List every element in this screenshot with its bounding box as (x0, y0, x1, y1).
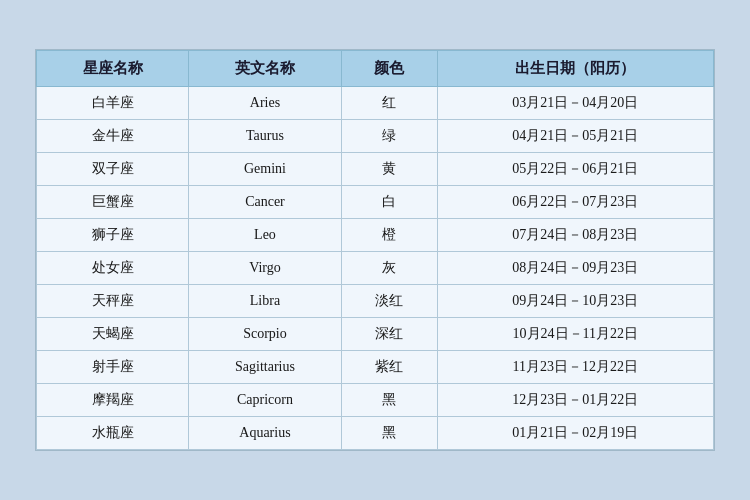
table-row: 处女座Virgo灰08月24日－09月23日 (37, 252, 714, 285)
cell-date-7: 10月24日－11月22日 (437, 318, 713, 351)
cell-chinese-3: 巨蟹座 (37, 186, 189, 219)
cell-english-9: Capricorn (189, 384, 341, 417)
table-row: 狮子座Leo橙07月24日－08月23日 (37, 219, 714, 252)
cell-color-7: 深红 (341, 318, 437, 351)
cell-english-1: Taurus (189, 120, 341, 153)
cell-color-5: 灰 (341, 252, 437, 285)
cell-date-10: 01月21日－02月19日 (437, 417, 713, 450)
cell-english-6: Libra (189, 285, 341, 318)
col-chinese-name: 星座名称 (37, 51, 189, 87)
col-english-name: 英文名称 (189, 51, 341, 87)
cell-english-4: Leo (189, 219, 341, 252)
cell-english-0: Aries (189, 87, 341, 120)
table-header: 星座名称 英文名称 颜色 出生日期（阳历） (37, 51, 714, 87)
cell-date-9: 12月23日－01月22日 (437, 384, 713, 417)
cell-english-10: Aquarius (189, 417, 341, 450)
cell-chinese-9: 摩羯座 (37, 384, 189, 417)
zodiac-table: 星座名称 英文名称 颜色 出生日期（阳历） 白羊座Aries红03月21日－04… (36, 50, 714, 450)
table-row: 摩羯座Capricorn黑12月23日－01月22日 (37, 384, 714, 417)
cell-color-10: 黑 (341, 417, 437, 450)
cell-chinese-10: 水瓶座 (37, 417, 189, 450)
cell-color-1: 绿 (341, 120, 437, 153)
cell-color-8: 紫红 (341, 351, 437, 384)
cell-date-8: 11月23日－12月22日 (437, 351, 713, 384)
cell-date-6: 09月24日－10月23日 (437, 285, 713, 318)
table-row: 天秤座Libra淡红09月24日－10月23日 (37, 285, 714, 318)
cell-chinese-7: 天蝎座 (37, 318, 189, 351)
cell-date-2: 05月22日－06月21日 (437, 153, 713, 186)
table-row: 双子座Gemini黄05月22日－06月21日 (37, 153, 714, 186)
cell-chinese-1: 金牛座 (37, 120, 189, 153)
cell-english-3: Cancer (189, 186, 341, 219)
cell-date-0: 03月21日－04月20日 (437, 87, 713, 120)
cell-english-8: Sagittarius (189, 351, 341, 384)
cell-english-5: Virgo (189, 252, 341, 285)
header-row: 星座名称 英文名称 颜色 出生日期（阳历） (37, 51, 714, 87)
cell-chinese-5: 处女座 (37, 252, 189, 285)
cell-date-4: 07月24日－08月23日 (437, 219, 713, 252)
cell-date-3: 06月22日－07月23日 (437, 186, 713, 219)
col-date: 出生日期（阳历） (437, 51, 713, 87)
cell-chinese-4: 狮子座 (37, 219, 189, 252)
table-row: 金牛座Taurus绿04月21日－05月21日 (37, 120, 714, 153)
cell-color-9: 黑 (341, 384, 437, 417)
cell-chinese-2: 双子座 (37, 153, 189, 186)
cell-date-1: 04月21日－05月21日 (437, 120, 713, 153)
table-body: 白羊座Aries红03月21日－04月20日金牛座Taurus绿04月21日－0… (37, 87, 714, 450)
cell-color-0: 红 (341, 87, 437, 120)
cell-color-4: 橙 (341, 219, 437, 252)
cell-color-3: 白 (341, 186, 437, 219)
cell-color-2: 黄 (341, 153, 437, 186)
table-row: 水瓶座Aquarius黑01月21日－02月19日 (37, 417, 714, 450)
table-row: 白羊座Aries红03月21日－04月20日 (37, 87, 714, 120)
table-row: 射手座Sagittarius紫红11月23日－12月22日 (37, 351, 714, 384)
cell-date-5: 08月24日－09月23日 (437, 252, 713, 285)
cell-chinese-6: 天秤座 (37, 285, 189, 318)
table-row: 巨蟹座Cancer白06月22日－07月23日 (37, 186, 714, 219)
cell-chinese-0: 白羊座 (37, 87, 189, 120)
cell-english-2: Gemini (189, 153, 341, 186)
table-row: 天蝎座Scorpio深红10月24日－11月22日 (37, 318, 714, 351)
col-color: 颜色 (341, 51, 437, 87)
zodiac-table-container: 星座名称 英文名称 颜色 出生日期（阳历） 白羊座Aries红03月21日－04… (35, 49, 715, 451)
cell-english-7: Scorpio (189, 318, 341, 351)
cell-chinese-8: 射手座 (37, 351, 189, 384)
cell-color-6: 淡红 (341, 285, 437, 318)
